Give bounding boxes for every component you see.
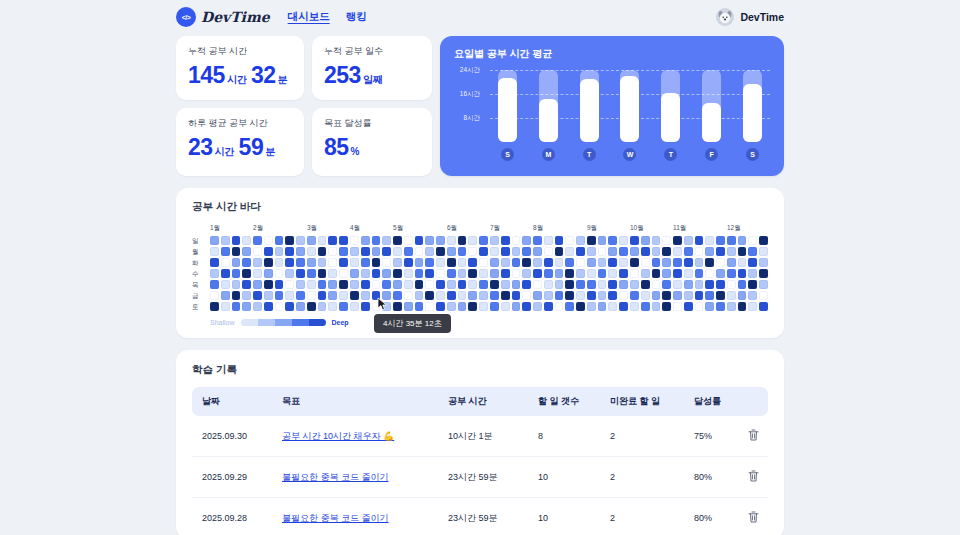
- heatmap-cell[interactable]: [285, 236, 294, 245]
- heatmap-cell[interactable]: [533, 269, 542, 278]
- heatmap-cell[interactable]: [512, 280, 521, 289]
- heatmap-cell[interactable]: [759, 236, 768, 245]
- heatmap-cell[interactable]: [544, 302, 553, 311]
- heatmap-cell[interactable]: [576, 247, 585, 256]
- heatmap-cell[interactable]: [716, 280, 725, 289]
- heatmap-cell[interactable]: [630, 258, 639, 267]
- heatmap-cell[interactable]: [695, 269, 704, 278]
- heatmap-cell[interactable]: [759, 258, 768, 267]
- heatmap-cell[interactable]: [695, 247, 704, 256]
- heatmap-cell[interactable]: [619, 236, 628, 245]
- heatmap-cell[interactable]: [393, 269, 402, 278]
- heatmap-cell[interactable]: [490, 280, 499, 289]
- heatmap-cell[interactable]: [285, 269, 294, 278]
- heatmap-cell[interactable]: [673, 236, 682, 245]
- heatmap-cell[interactable]: [652, 236, 661, 245]
- delete-record-button[interactable]: [748, 429, 759, 441]
- heatmap-cell[interactable]: [652, 302, 661, 311]
- heatmap-cell[interactable]: [522, 291, 531, 300]
- heatmap-cell[interactable]: [705, 236, 714, 245]
- heatmap-cell[interactable]: [512, 269, 521, 278]
- heatmap-cell[interactable]: [447, 269, 456, 278]
- heatmap-cell[interactable]: [328, 236, 337, 245]
- heatmap-cell[interactable]: [436, 247, 445, 256]
- heatmap-cell[interactable]: [512, 236, 521, 245]
- heatmap-cell[interactable]: [415, 302, 424, 311]
- heatmap-cell[interactable]: [738, 302, 747, 311]
- heatmap-cell[interactable]: [641, 280, 650, 289]
- heatmap-cell[interactable]: [716, 269, 725, 278]
- heatmap-cell[interactable]: [404, 280, 413, 289]
- heatmap-cell[interactable]: [264, 269, 273, 278]
- heatmap-cell[interactable]: [468, 247, 477, 256]
- heatmap-cell[interactable]: [479, 269, 488, 278]
- heatmap-cell[interactable]: [328, 291, 337, 300]
- heatmap-cell[interactable]: [748, 280, 757, 289]
- heatmap-cell[interactable]: [738, 236, 747, 245]
- heatmap-cell[interactable]: [264, 258, 273, 267]
- heatmap-cell[interactable]: [652, 291, 661, 300]
- heatmap-cell[interactable]: [307, 258, 316, 267]
- heatmap-cell[interactable]: [296, 247, 305, 256]
- heatmap-cell[interactable]: [458, 291, 467, 300]
- heatmap-cell[interactable]: [555, 291, 564, 300]
- heatmap-cell[interactable]: [641, 247, 650, 256]
- heatmap-cell[interactable]: [727, 247, 736, 256]
- heatmap-cell[interactable]: [490, 269, 499, 278]
- heatmap-cell[interactable]: [684, 236, 693, 245]
- heatmap-cell[interactable]: [716, 291, 725, 300]
- heatmap-cell[interactable]: [641, 269, 650, 278]
- heatmap-cell[interactable]: [285, 247, 294, 256]
- heatmap-cell[interactable]: [608, 302, 617, 311]
- heatmap-cell[interactable]: [242, 236, 251, 245]
- heatmap-cell[interactable]: [361, 236, 370, 245]
- heatmap-cell[interactable]: [598, 280, 607, 289]
- heatmap-cell[interactable]: [361, 291, 370, 300]
- heatmap-cell[interactable]: [533, 302, 542, 311]
- heatmap-cell[interactable]: [587, 269, 596, 278]
- heatmap-cell[interactable]: [479, 291, 488, 300]
- heatmap-cell[interactable]: [425, 236, 434, 245]
- heatmap-cell[interactable]: [727, 236, 736, 245]
- heatmap-cell[interactable]: [759, 280, 768, 289]
- heatmap-cell[interactable]: [533, 247, 542, 256]
- heatmap-cell[interactable]: [242, 258, 251, 267]
- heatmap-cell[interactable]: [285, 302, 294, 311]
- heatmap-cell[interactable]: [264, 236, 273, 245]
- heatmap-cell[interactable]: [415, 269, 424, 278]
- heatmap-cell[interactable]: [684, 247, 693, 256]
- heatmap-cell[interactable]: [350, 247, 359, 256]
- heatmap-cell[interactable]: [404, 291, 413, 300]
- heatmap-cell[interactable]: [673, 280, 682, 289]
- heatmap-cell[interactable]: [684, 280, 693, 289]
- heatmap-cell[interactable]: [555, 302, 564, 311]
- heatmap-cell[interactable]: [253, 236, 262, 245]
- heatmap-cell[interactable]: [479, 280, 488, 289]
- heatmap-cell[interactable]: [232, 302, 241, 311]
- heatmap-cell[interactable]: [738, 269, 747, 278]
- heatmap-cell[interactable]: [458, 258, 467, 267]
- heatmap-cell[interactable]: [275, 258, 284, 267]
- heatmap-cell[interactable]: [458, 269, 467, 278]
- heatmap-cell[interactable]: [318, 236, 327, 245]
- heatmap-cell[interactable]: [210, 291, 219, 300]
- heatmap-cell[interactable]: [339, 291, 348, 300]
- delete-record-button[interactable]: [748, 511, 759, 523]
- heatmap-cell[interactable]: [425, 302, 434, 311]
- heatmap-cell[interactable]: [232, 269, 241, 278]
- heatmap-cell[interactable]: [468, 269, 477, 278]
- heatmap-cell[interactable]: [210, 302, 219, 311]
- user-chip[interactable]: DevTime: [716, 8, 784, 26]
- heatmap-cell[interactable]: [759, 269, 768, 278]
- heatmap-cell[interactable]: [232, 291, 241, 300]
- heatmap-cell[interactable]: [415, 258, 424, 267]
- heatmap-cell[interactable]: [404, 269, 413, 278]
- heatmap-cell[interactable]: [210, 247, 219, 256]
- heatmap-cell[interactable]: [501, 258, 510, 267]
- heatmap-cell[interactable]: [544, 247, 553, 256]
- heatmap-cell[interactable]: [512, 247, 521, 256]
- heatmap-cell[interactable]: [318, 258, 327, 267]
- heatmap-cell[interactable]: [759, 291, 768, 300]
- heatmap-cell[interactable]: [436, 269, 445, 278]
- heatmap-cell[interactable]: [350, 236, 359, 245]
